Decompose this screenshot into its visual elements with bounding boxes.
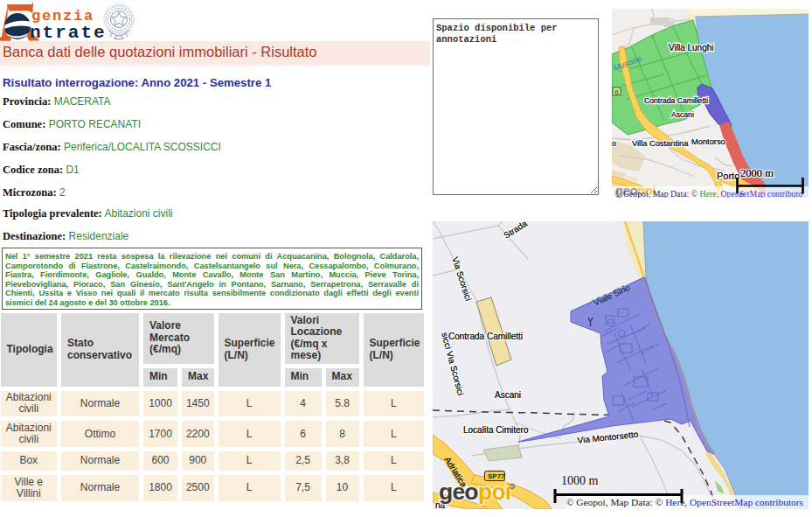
svg-text:2000 m: 2000 m (740, 167, 774, 179)
svg-text:o: o (612, 139, 616, 148)
svg-text:genzia: genzia (31, 8, 94, 24)
svg-text:Localita Cimitero: Localita Cimitero (463, 425, 529, 435)
svg-text:1000 m: 1000 m (561, 474, 599, 487)
svg-text:© Geopoi, Map Data: © Here, Op: © Geopoi, Map Data: © Here, OpenStreetMa… (566, 497, 804, 507)
svg-text:Contrada Camilletti: Contrada Camilletti (644, 96, 708, 105)
svg-text:eetMap contributo: eetMap contributo (739, 189, 802, 199)
svg-text:Ascani: Ascani (495, 390, 521, 400)
svg-text:geo: geo (439, 479, 478, 505)
svg-text:poi: poi (478, 479, 510, 505)
svg-text:Ascani: Ascani (671, 110, 694, 119)
svg-text:Montorso: Montorso (691, 137, 725, 146)
svg-text:6: 6 (614, 88, 619, 96)
svg-text:© Geopoi, Map Data: © Here, Op: © Geopoi, Map Data: © Here, OpenS (614, 189, 744, 199)
svg-text:Villa Costantina: Villa Costantina (632, 139, 689, 148)
svg-text:Contrada Camilletti: Contrada Camilletti (448, 332, 523, 341)
svg-text:Villa Lunghi: Villa Lunghi (669, 43, 714, 52)
